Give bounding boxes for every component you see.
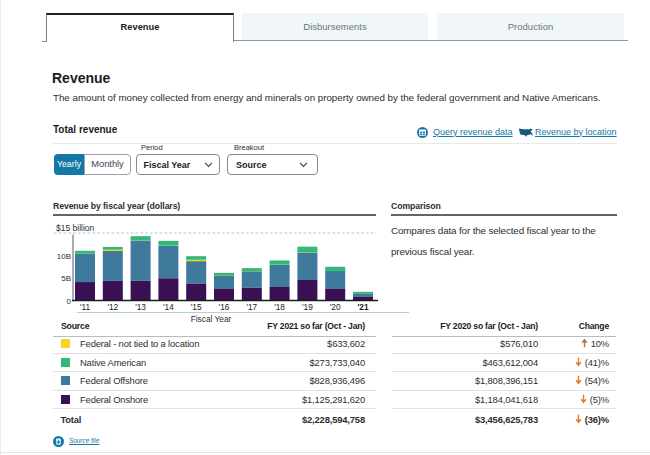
svg-text:'12: '12 — [107, 302, 118, 312]
svg-text:'16: '16 — [219, 302, 230, 312]
svg-text:'20: '20 — [330, 302, 341, 312]
svg-text:10B: 10B — [57, 252, 71, 261]
svg-text:'19: '19 — [302, 302, 313, 312]
svg-text:'13: '13 — [135, 302, 146, 312]
svg-text:'14: '14 — [163, 302, 174, 312]
svg-text:'21: '21 — [357, 302, 369, 312]
svg-text:$15 billion: $15 billion — [56, 223, 95, 233]
svg-text:'11: '11 — [80, 302, 91, 312]
svg-text:'15: '15 — [191, 302, 202, 312]
svg-text:'17: '17 — [246, 302, 257, 312]
svg-text:0: 0 — [67, 297, 72, 306]
svg-text:'18: '18 — [274, 302, 285, 312]
svg-text:5B: 5B — [61, 274, 71, 283]
